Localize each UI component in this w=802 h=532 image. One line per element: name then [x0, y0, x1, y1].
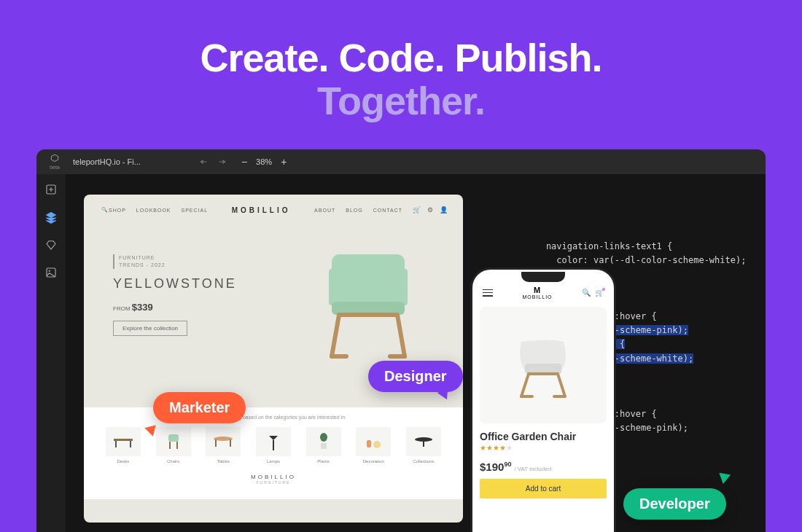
nav-contact[interactable]: CONTACT [373, 208, 402, 213]
svg-rect-10 [130, 441, 131, 447]
mobile-header: M MOBILLIO 🔍 🛒 [480, 286, 607, 300]
image-button[interactable] [43, 265, 59, 281]
zoom-in-button[interactable]: + [281, 156, 287, 168]
product-title: Office Garden Chair [480, 431, 607, 442]
hero-line1: Create. Code. Publish. [0, 36, 802, 79]
nav-about[interactable]: ABOUT [314, 208, 335, 213]
vat-label: / VAT included [514, 466, 551, 472]
cat-tables[interactable]: Tables [206, 427, 241, 463]
desktop-header-icons: 🛒 ⚙ 👤 [413, 206, 448, 214]
user-icon[interactable]: 👤 [440, 206, 448, 214]
app-window: beta teleportHQ.io - Fi... − 38% + 🔍 SHO… [36, 149, 766, 532]
desktop-categories: Start by browsing based on the categorie… [84, 407, 463, 499]
marketer-badge: Marketer [153, 392, 246, 423]
cart-icon[interactable]: 🛒 [595, 289, 604, 297]
developer-cursor-icon [717, 473, 731, 485]
cat-decoration[interactable]: Decoration [356, 427, 391, 463]
svg-point-3 [49, 270, 50, 272]
burger-icon[interactable] [483, 289, 493, 297]
product-price: $19090 [480, 461, 511, 473]
beta-label: beta [50, 165, 60, 170]
svg-rect-5 [329, 269, 338, 305]
code-line: navigation-links-text1 { [525, 240, 766, 254]
zoom-out-button[interactable]: − [241, 156, 247, 168]
undo-icon[interactable] [199, 157, 209, 167]
mobile-preview[interactable]: M MOBILLIO 🔍 🛒 Office Garden Chair ★★★★★… [470, 267, 616, 532]
svg-marker-1 [46, 212, 56, 218]
desktop-nav-right: ABOUT BLOG CONTACT [314, 208, 402, 213]
desktop-preview[interactable]: 🔍 SHOP LOOKBOOK SPECIAL MOBILLIO ABOUT B… [84, 195, 463, 523]
assets-button[interactable] [43, 237, 59, 253]
redo-icon[interactable] [217, 157, 227, 167]
footer-sub: FURNITURE [106, 480, 441, 485]
cat-plants[interactable]: Plants [306, 427, 341, 463]
layers-button[interactable] [43, 209, 59, 225]
svg-rect-16 [367, 440, 371, 447]
mobile-logo[interactable]: M MOBILLIO [522, 286, 552, 300]
cube-icon [50, 154, 60, 164]
svg-rect-13 [273, 440, 274, 450]
phone-notch [521, 272, 565, 282]
nav-lookbook[interactable]: LOOKBOOK [136, 208, 171, 213]
product-price-row: $19090 / VAT included [480, 461, 607, 473]
gear-icon[interactable]: ⚙ [427, 206, 434, 214]
cart-icon[interactable]: 🛒 [413, 206, 421, 214]
hero-chair-image [303, 232, 448, 371]
svg-rect-20 [525, 364, 561, 374]
hero-title: Create. Code. Publish. Together. [0, 0, 802, 123]
app-logo: beta [44, 154, 66, 170]
nav-special[interactable]: SPECIAL [182, 208, 209, 213]
svg-rect-9 [115, 441, 117, 447]
desktop-header: 🔍 SHOP LOOKBOOK SPECIAL MOBILLIO ABOUT B… [84, 195, 463, 225]
product-chair-image [499, 320, 587, 410]
cat-chairs[interactable]: Chairs [156, 427, 191, 463]
cat-collections[interactable]: Collections [406, 427, 441, 463]
designer-badge: Designer [368, 361, 463, 392]
cat-lamps[interactable]: Lamps [256, 427, 291, 463]
canvas-area[interactable]: 🔍 SHOP LOOKBOOK SPECIAL MOBILLIO ABOUT B… [66, 174, 766, 532]
explore-button[interactable]: Explore the collection [113, 321, 187, 336]
svg-rect-19 [423, 439, 424, 447]
product-rating: ★★★★★ [480, 444, 607, 452]
desktop-nav-left: SHOP LOOKBOOK SPECIAL [109, 208, 208, 213]
left-sidebar [36, 174, 66, 532]
code-line: color: var(--dl-color-scheme-white); [525, 254, 766, 267]
svg-rect-6 [399, 269, 408, 305]
nav-shop[interactable]: SHOP [109, 208, 126, 213]
svg-rect-4 [332, 254, 405, 305]
add-to-cart-button[interactable]: Add to cart [480, 479, 607, 498]
mobile-header-icons: 🔍 🛒 [582, 289, 604, 297]
svg-point-14 [320, 433, 327, 442]
zoom-level: 38% [256, 157, 272, 166]
svg-rect-8 [114, 439, 133, 441]
svg-rect-11 [168, 434, 179, 442]
tab-title[interactable]: teleportHQ.io - Fi... [73, 157, 141, 166]
search-icon[interactable]: 🔍 [582, 289, 591, 297]
add-button[interactable] [43, 181, 59, 197]
history-controls [199, 157, 227, 167]
cat-desks[interactable]: Desks [106, 427, 141, 463]
svg-point-17 [373, 441, 381, 448]
desktop-logo[interactable]: MOBILLIO [208, 206, 314, 214]
svg-rect-15 [321, 443, 327, 449]
footer-logo: MOBILLIO [106, 474, 441, 480]
app-topbar: beta teleportHQ.io - Fi... − 38% + [36, 149, 766, 174]
nav-blog[interactable]: BLOG [346, 208, 362, 213]
developer-badge: Developer [623, 488, 726, 520]
zoom-controls: − 38% + [241, 156, 287, 168]
product-image-card [480, 307, 607, 423]
hero-line2: Together. [0, 79, 802, 122]
search-icon[interactable]: 🔍 [101, 207, 109, 213]
